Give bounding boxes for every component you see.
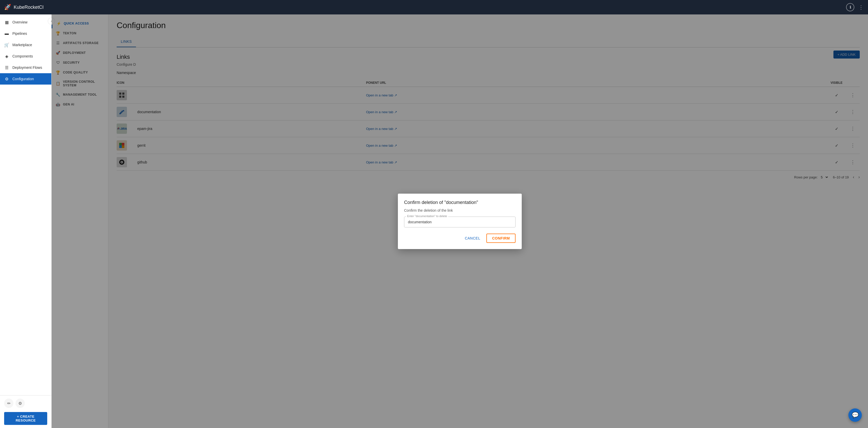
- confirm-button[interactable]: CONFIRM: [486, 234, 516, 243]
- app-logo: 🚀 KubeRocketCI: [4, 4, 43, 10]
- more-icon: ⋮: [859, 4, 864, 10]
- chat-fab-icon: 💬: [852, 412, 859, 419]
- components-icon: ◈: [4, 54, 9, 59]
- sidebar-item-label: Marketplace: [12, 43, 32, 47]
- app-name: KubeRocketCI: [14, 5, 43, 10]
- sidebar-item-label: Overview: [12, 20, 27, 24]
- settings-icon: ⚙: [18, 401, 22, 406]
- cancel-button[interactable]: CANCEL: [461, 234, 484, 242]
- top-nav: 🚀 KubeRocketCI ℹ ⋮: [0, 0, 868, 14]
- create-resource-button[interactable]: + CREATE RESOURCE: [4, 412, 47, 425]
- sidebar-item-pipelines[interactable]: ▬ Pipelines: [0, 28, 51, 39]
- dialog-description: Confirm the deletion of the link: [404, 208, 516, 212]
- dialog-input-field[interactable]: [404, 217, 516, 227]
- edit-button[interactable]: ✏: [4, 399, 13, 408]
- dialog-title: Confirm deletion of "documentation": [404, 200, 516, 205]
- chat-fab-button[interactable]: 💬: [848, 408, 862, 422]
- confirm-delete-dialog: Confirm deletion of "documentation" Conf…: [398, 194, 522, 249]
- sidebar: ‹ ▦ Overview ▬ Pipelines 🛒 Marketplace ◈…: [0, 14, 52, 428]
- logo-icon: 🚀: [4, 4, 11, 10]
- overview-icon: ▦: [4, 20, 9, 25]
- sidebar-item-label: Components: [12, 54, 33, 58]
- sidebar-item-deployment-flows[interactable]: ☰ Deployment Flows: [0, 62, 51, 73]
- sidebar-bottom: ✏ ⚙ + CREATE RESOURCE: [0, 395, 51, 428]
- sidebar-bottom-icons: ✏ ⚙: [4, 399, 47, 408]
- info-button[interactable]: ℹ: [846, 3, 854, 11]
- settings-button[interactable]: ⚙: [16, 399, 25, 408]
- configuration-icon: ⚙: [4, 76, 9, 81]
- marketplace-icon: 🛒: [4, 42, 9, 47]
- main-layout: ‹ ▦ Overview ▬ Pipelines 🛒 Marketplace ◈…: [0, 14, 868, 428]
- top-nav-right: ℹ ⋮: [846, 3, 864, 11]
- sidebar-item-components[interactable]: ◈ Components: [0, 51, 51, 62]
- dialog-input-wrapper: Enter "documentation" to delete: [404, 217, 516, 227]
- more-options-button[interactable]: ⋮: [859, 4, 864, 10]
- sidebar-item-configuration[interactable]: ⚙ Configuration: [0, 73, 51, 85]
- sidebar-item-label: Pipelines: [12, 31, 27, 36]
- deployment-flows-icon: ☰: [4, 65, 9, 70]
- sidebar-item-marketplace[interactable]: 🛒 Marketplace: [0, 39, 51, 51]
- sidebar-nav: ▦ Overview ▬ Pipelines 🛒 Marketplace ◈ C…: [0, 14, 51, 395]
- modal-overlay: Confirm deletion of "documentation" Conf…: [52, 14, 868, 428]
- cancel-label: CANCEL: [465, 236, 480, 240]
- sidebar-item-label: Configuration: [12, 77, 34, 81]
- dialog-actions: CANCEL CONFIRM: [404, 234, 516, 243]
- sidebar-item-overview[interactable]: ▦ Overview: [0, 17, 51, 28]
- create-resource-label: + CREATE RESOURCE: [8, 415, 43, 422]
- edit-icon: ✏: [7, 401, 10, 406]
- dialog-input-label: Enter "documentation" to delete: [406, 215, 448, 218]
- sidebar-item-label: Deployment Flows: [12, 65, 42, 70]
- info-icon: ℹ: [850, 5, 851, 9]
- content-area: ⚡ Quick Access 🏆 Tekton ☰ Artifacts Stor…: [52, 14, 868, 428]
- confirm-label: CONFIRM: [492, 236, 510, 240]
- pipelines-icon: ▬: [4, 31, 9, 36]
